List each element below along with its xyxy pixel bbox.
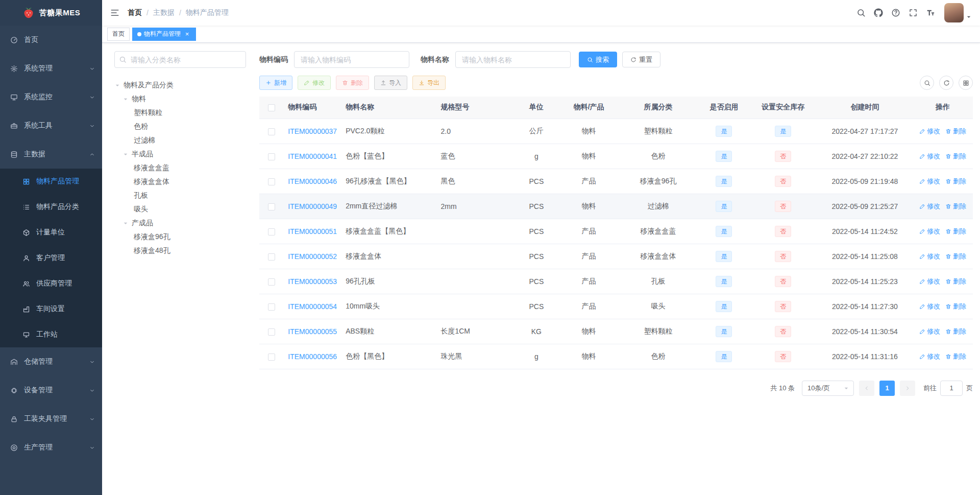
material-code-input[interactable] <box>294 51 409 68</box>
tree-node[interactable]: 吸头 <box>114 202 246 216</box>
row-checkbox[interactable] <box>268 203 275 210</box>
row-checkbox[interactable] <box>268 253 275 261</box>
material-code-link[interactable]: ITEM00000053 <box>288 277 337 286</box>
row-checkbox[interactable] <box>268 228 275 235</box>
tab-material-product-management[interactable]: 物料产品管理× <box>132 28 196 41</box>
material-code-link[interactable]: ITEM00000037 <box>288 127 337 135</box>
search-button[interactable] <box>852 0 870 26</box>
sidebar-toggle-button[interactable] <box>102 0 128 26</box>
delete-link[interactable]: 删除 <box>945 352 966 361</box>
sidebar-item-system-monitor[interactable]: 系统监控 <box>0 83 102 111</box>
tree-node[interactable]: 物料 <box>114 92 246 106</box>
sidebar-item-warehouse-management[interactable]: 仓储管理 <box>0 347 102 376</box>
tree-node[interactable]: 孔板 <box>114 188 246 202</box>
delete-link[interactable]: 删除 <box>945 202 966 211</box>
tree-node[interactable]: 移液盒48孔 <box>114 244 246 257</box>
page-size-select[interactable]: 10条/页 <box>802 381 854 396</box>
caret-down-icon[interactable] <box>122 96 132 102</box>
category-search-input[interactable] <box>114 51 246 68</box>
delete-link[interactable]: 删除 <box>945 127 966 136</box>
edit-link[interactable]: 修改 <box>919 327 940 336</box>
sidebar-item-equipment-management[interactable]: 设备管理 <box>0 376 102 405</box>
sidebar-item-system-management[interactable]: 系统管理 <box>0 54 102 83</box>
sidebar-item-master-data[interactable]: 主数据 <box>0 140 102 169</box>
edit-button[interactable]: 修改 <box>298 76 331 90</box>
sidebar-item-workshop-settings[interactable]: 车间设置 <box>0 296 102 322</box>
material-code-link[interactable]: ITEM00000049 <box>288 202 337 210</box>
prev-page-button[interactable] <box>859 381 874 396</box>
export-button[interactable]: 导出 <box>412 76 446 90</box>
next-page-button[interactable] <box>900 381 915 396</box>
reset-button[interactable]: 重置 <box>622 52 660 67</box>
page-number-button[interactable]: 1 <box>879 381 895 396</box>
sidebar-item-measurement-unit[interactable]: 计量单位 <box>0 220 102 245</box>
tree-node[interactable]: 移液盒96孔 <box>114 230 246 244</box>
edit-link[interactable]: 修改 <box>919 202 940 211</box>
delete-link[interactable]: 删除 <box>945 327 966 336</box>
material-code-link[interactable]: ITEM00000054 <box>288 302 337 311</box>
question-button[interactable] <box>887 0 904 26</box>
tree-node[interactable]: 半成品 <box>114 147 246 161</box>
material-code-link[interactable]: ITEM00000046 <box>288 177 337 185</box>
delete-link[interactable]: 删除 <box>945 302 966 311</box>
delete-button[interactable]: 删除 <box>336 76 369 90</box>
material-code-link[interactable]: ITEM00000055 <box>288 327 337 336</box>
tree-node[interactable]: 物料及产品分类 <box>114 78 246 92</box>
material-code-link[interactable]: ITEM00000041 <box>288 152 337 160</box>
fullscreen-button[interactable] <box>904 0 922 26</box>
tree-node[interactable]: 产成品 <box>114 216 246 230</box>
sidebar-item-workstation[interactable]: 工作站 <box>0 322 102 347</box>
row-checkbox[interactable] <box>268 278 275 286</box>
font-size-button[interactable] <box>922 0 939 26</box>
caret-down-icon[interactable] <box>114 82 124 88</box>
select-all-checkbox[interactable] <box>268 104 275 111</box>
tree-node[interactable]: 塑料颗粒 <box>114 106 246 120</box>
material-code-link[interactable]: ITEM00000056 <box>288 352 337 361</box>
sidebar-item-material-product-category[interactable]: 物料产品分类 <box>0 194 102 220</box>
delete-link[interactable]: 删除 <box>945 277 966 286</box>
tree-node[interactable]: 过滤棉 <box>114 133 246 147</box>
caret-down-icon[interactable] <box>122 220 132 226</box>
sidebar-item-home[interactable]: 首页 <box>0 26 102 54</box>
close-icon[interactable]: × <box>183 30 191 38</box>
material-name-input[interactable] <box>455 51 571 68</box>
tree-node[interactable]: 移液盒盒盖 <box>114 161 246 175</box>
row-checkbox[interactable] <box>268 303 275 311</box>
search-button[interactable]: 搜索 <box>579 52 617 67</box>
sidebar-item-material-product-management[interactable]: 物料产品管理 <box>0 169 102 194</box>
delete-link[interactable]: 删除 <box>945 227 966 236</box>
sidebar-item-production-management[interactable]: 生产管理 <box>0 433 102 462</box>
goto-page-input[interactable] <box>940 381 963 396</box>
breadcrumb-item[interactable]: 首页 <box>128 8 142 17</box>
edit-link[interactable]: 修改 <box>919 152 940 161</box>
search-button[interactable] <box>920 76 934 90</box>
sidebar-item-fixture-management[interactable]: 工装夹具管理 <box>0 405 102 433</box>
row-checkbox[interactable] <box>268 328 275 336</box>
row-checkbox[interactable] <box>268 128 275 135</box>
edit-link[interactable]: 修改 <box>919 352 940 361</box>
import-button[interactable]: 导入 <box>374 76 407 90</box>
caret-down-icon[interactable] <box>122 151 132 157</box>
edit-link[interactable]: 修改 <box>919 177 940 186</box>
github-button[interactable] <box>870 0 887 26</box>
edit-link[interactable]: 修改 <box>919 252 940 261</box>
row-checkbox[interactable] <box>268 353 275 361</box>
material-code-link[interactable]: ITEM00000052 <box>288 252 337 261</box>
material-code-link[interactable]: ITEM00000051 <box>288 227 337 235</box>
user-menu[interactable] <box>944 3 972 22</box>
delete-link[interactable]: 删除 <box>945 177 966 186</box>
edit-link[interactable]: 修改 <box>919 127 940 136</box>
row-checkbox[interactable] <box>268 153 275 160</box>
edit-link[interactable]: 修改 <box>919 227 940 236</box>
row-checkbox[interactable] <box>268 178 275 185</box>
delete-link[interactable]: 删除 <box>945 152 966 161</box>
tab-home[interactable]: 首页 <box>107 28 130 41</box>
refresh-button[interactable] <box>939 76 953 90</box>
sidebar-item-system-tools[interactable]: 系统工具 <box>0 111 102 140</box>
edit-link[interactable]: 修改 <box>919 277 940 286</box>
edit-link[interactable]: 修改 <box>919 302 940 311</box>
sidebar-item-supplier-management[interactable]: 供应商管理 <box>0 271 102 296</box>
add-button[interactable]: 新增 <box>259 76 292 90</box>
tree-node[interactable]: 色粉 <box>114 120 246 133</box>
delete-link[interactable]: 删除 <box>945 252 966 261</box>
